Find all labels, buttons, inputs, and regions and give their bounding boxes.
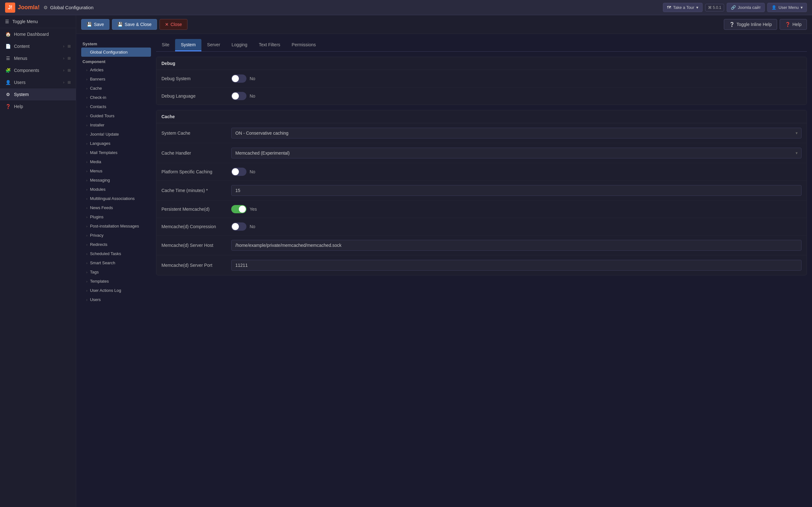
panel-item-smart-search[interactable]: › Smart Search: [81, 258, 151, 268]
panel-item-label: Languages: [90, 141, 110, 146]
logo[interactable]: J! Joomla!: [5, 3, 40, 13]
panel-item-guided-tours[interactable]: › Guided Tours: [81, 111, 151, 120]
toggle-knob: [232, 168, 239, 175]
panel-item-articles[interactable]: › Articles: [81, 65, 151, 74]
sidebar-item-home[interactable]: 🏠 Home Dashboard: [0, 28, 76, 40]
version-badge: ⌘ 5.0.1: [705, 4, 724, 11]
panel-item-plugins[interactable]: › Plugins: [81, 212, 151, 222]
toggle-knob: [232, 93, 239, 100]
sidebar-item-home-label: Home Dashboard: [14, 32, 71, 37]
memcache-compression-value: No: [250, 224, 255, 229]
tab-text-filters[interactable]: Text Filters: [253, 39, 286, 51]
chevron-right-icon: ›: [86, 178, 88, 182]
chevron-right-icon: ›: [86, 123, 88, 127]
panel-item-label: Smart Search: [90, 261, 115, 265]
system-cache-row: System Cache ON - Conservative caching O…: [156, 123, 807, 143]
memcache-compression-toggle[interactable]: [231, 222, 247, 231]
panel-item-privacy[interactable]: › Privacy: [81, 231, 151, 240]
close-label: Close: [171, 22, 182, 27]
sidebar-item-components[interactable]: 🧩 Components › ⊞: [0, 64, 76, 76]
tab-site[interactable]: Site: [156, 39, 175, 51]
toggle-inline-help-button[interactable]: ❔ Toggle Inline Help: [724, 19, 777, 30]
panel-item-label: Guided Tours: [90, 113, 114, 118]
panel-item-label: Scheduled Tasks: [90, 251, 121, 256]
debug-language-toggle[interactable]: [231, 92, 247, 100]
persistent-memcache-toggle[interactable]: [231, 205, 247, 213]
panel-item-users-component[interactable]: › Users: [81, 295, 151, 304]
memcache-server-port-label: Memcache(d) Server Port: [161, 263, 231, 268]
tab-site-label: Site: [162, 42, 169, 47]
panel-item-cache[interactable]: › Cache: [81, 83, 151, 93]
panel-item-global-configuration[interactable]: › Global Configuration: [81, 48, 151, 57]
home-icon: 🏠: [5, 32, 11, 37]
panel-item-check-in[interactable]: › Check-in: [81, 93, 151, 102]
toggle-knob: [232, 223, 239, 230]
save-close-button[interactable]: 💾 Save & Close: [112, 19, 157, 30]
tabs: Site System Server Logging Text Filters: [156, 39, 807, 52]
user-menu-button[interactable]: 👤 User Menu ▾: [767, 3, 807, 12]
debug-system-value: No: [250, 76, 255, 81]
panel-item-scheduled-tasks[interactable]: › Scheduled Tasks: [81, 249, 151, 258]
take-a-tour-button[interactable]: 🗺 Take a Tour ▾: [663, 3, 703, 12]
close-button[interactable]: ✕ Close: [159, 19, 188, 30]
panel-item-languages[interactable]: › Languages: [81, 139, 151, 148]
panel-item-user-actions-log[interactable]: › User Actions Log: [81, 286, 151, 295]
user-menu-label: User Menu: [778, 5, 799, 10]
panel-item-contacts[interactable]: › Contacts: [81, 102, 151, 111]
system-cache-label: System Cache: [161, 130, 231, 135]
help-button[interactable]: ❓ Help: [780, 19, 807, 30]
sidebar-item-content-label: Content: [14, 44, 60, 49]
memcache-compression-row: Memcache(d) Compression No: [156, 218, 807, 235]
cache-handler-select[interactable]: Memcached (Experimental) File APC: [231, 148, 802, 158]
chevron-right-icon: ›: [86, 270, 88, 274]
panel-item-messaging[interactable]: › Messaging: [81, 176, 151, 185]
sidebar-item-help[interactable]: ❓ Help: [0, 101, 76, 112]
system-cache-select[interactable]: ON - Conservative caching ON - Progressi…: [231, 128, 802, 138]
panel-item-media[interactable]: › Media: [81, 157, 151, 166]
panel-item-banners[interactable]: › Banners: [81, 74, 151, 83]
panel-item-multilingual-associations[interactable]: › Multilingual Associations: [81, 194, 151, 203]
debug-system-label: Debug System: [161, 76, 231, 81]
chevron-right-icon: ›: [86, 289, 88, 292]
panel-item-post-installation-messages[interactable]: › Post-installation Messages: [81, 222, 151, 231]
panel-item-mail-templates[interactable]: › Mail Templates: [81, 148, 151, 157]
panel-item-news-feeds[interactable]: › News Feeds: [81, 203, 151, 212]
save-button[interactable]: 💾 Save: [81, 19, 109, 30]
sidebar-item-users[interactable]: 👤 Users › ⊞: [0, 76, 76, 89]
topbar-right: 🗺 Take a Tour ▾ ⌘ 5.0.1 🔗 Joomla сайт 👤 …: [663, 3, 807, 12]
panel-item-installer[interactable]: › Installer: [81, 120, 151, 130]
chevron-right-icon: ›: [63, 56, 64, 60]
tab-permissions[interactable]: Permissions: [286, 39, 322, 51]
persistent-memcache-label: Persistent Memcache(d): [161, 207, 231, 212]
tab-system[interactable]: System: [175, 39, 201, 51]
sidebar-item-menus[interactable]: ☰ Menus › ⊞: [0, 52, 76, 64]
panel-item-label: Redirects: [90, 242, 107, 247]
debug-section: Debug Debug System No Debug Lang: [156, 57, 807, 105]
panel-item-menus[interactable]: › Menus: [81, 166, 151, 176]
panel-item-tags[interactable]: › Tags: [81, 268, 151, 277]
panel-item-label: Mail Templates: [90, 150, 117, 155]
cache-time-input[interactable]: [231, 185, 802, 196]
toggle-menu-button[interactable]: ☰ Home Dashboard Toggle Menu: [0, 15, 76, 28]
memcache-compression-label: Memcache(d) Compression: [161, 224, 231, 229]
debug-system-toggle[interactable]: [231, 74, 247, 83]
cache-handler-select-wrapper: Memcached (Experimental) File APC: [231, 148, 802, 158]
panel-item-joomla-update[interactable]: › Joomla! Update: [81, 130, 151, 139]
sidebar-item-content[interactable]: 📄 Content › ⊞: [0, 40, 76, 52]
tab-logging[interactable]: Logging: [226, 39, 253, 51]
panel-item-label: Post-installation Messages: [90, 224, 139, 228]
joomla-site-button[interactable]: 🔗 Joomla сайт: [727, 3, 765, 12]
toggle-knob: [232, 75, 239, 82]
chevron-right-icon: ›: [86, 105, 88, 109]
memcache-server-port-input[interactable]: [231, 260, 802, 271]
panel-item-templates[interactable]: › Templates: [81, 277, 151, 286]
memcache-server-host-row: Memcache(d) Server Host: [156, 235, 807, 256]
panel-item-modules[interactable]: › Modules: [81, 185, 151, 194]
tab-server[interactable]: Server: [201, 39, 226, 51]
chevron-right-icon: ›: [86, 187, 88, 191]
panel-item-redirects[interactable]: › Redirects: [81, 240, 151, 249]
sidebar-item-system[interactable]: ⚙ System: [0, 89, 76, 101]
platform-caching-toggle[interactable]: [231, 168, 247, 176]
panel-item-label: Users: [90, 297, 101, 302]
memcache-server-host-input[interactable]: [231, 240, 802, 250]
